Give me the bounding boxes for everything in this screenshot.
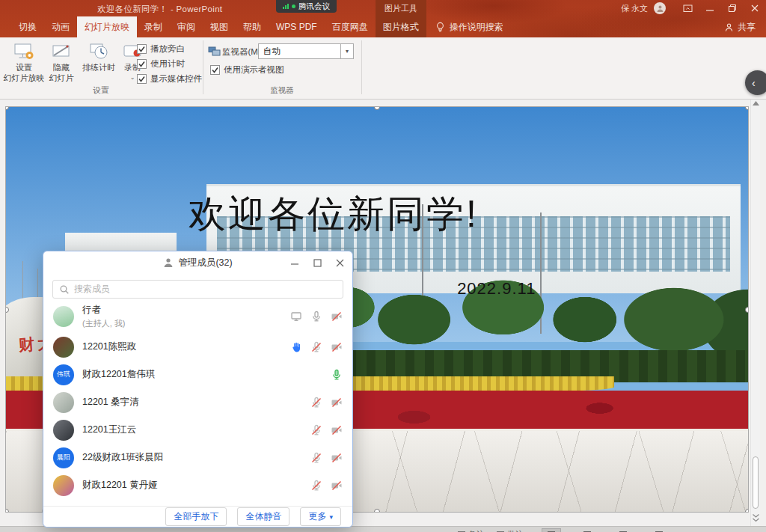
member-row[interactable]: 12201 桑宇清 bbox=[43, 388, 352, 416]
scroll-up-button[interactable] bbox=[751, 101, 760, 106]
tab-baidu-netdisk[interactable]: 百度网盘 bbox=[325, 16, 376, 37]
camera-muted-icon[interactable] bbox=[331, 452, 343, 464]
chevron-left-icon: ‹ bbox=[752, 77, 756, 89]
share-label: 共享 bbox=[738, 21, 756, 34]
hide-slide-icon bbox=[51, 40, 72, 63]
member-row[interactable]: 晨阳 22级财政1班张晨阳 bbox=[43, 444, 352, 471]
view-slideshow-button[interactable] bbox=[649, 528, 669, 532]
mic-muted-icon[interactable] bbox=[310, 452, 322, 464]
checkbox-checked-icon bbox=[210, 65, 220, 75]
comments-toggle[interactable]: 批注 bbox=[497, 529, 524, 532]
avatar bbox=[53, 306, 74, 327]
setup-slideshow-icon bbox=[13, 40, 35, 63]
triangle-up-icon bbox=[753, 101, 759, 106]
signal-bars-icon bbox=[283, 4, 289, 9]
member-search-input[interactable]: 搜索成员 bbox=[52, 280, 343, 299]
checkbox-presenter-view[interactable]: 使用演示者视图 bbox=[210, 64, 284, 76]
share-person-icon bbox=[724, 22, 734, 32]
person-icon bbox=[656, 4, 664, 13]
avatar bbox=[53, 420, 74, 441]
tab-transitions[interactable]: 切换 bbox=[11, 16, 44, 37]
tab-wps-pdf[interactable]: WPS PDF bbox=[269, 16, 325, 37]
view-normal-button[interactable] bbox=[542, 528, 561, 532]
meeting-pill-label: 腾讯会议 bbox=[298, 1, 330, 12]
more-button[interactable]: 更多▾ bbox=[300, 507, 341, 526]
mic-muted-icon[interactable] bbox=[310, 341, 322, 353]
selection-handle-bottom-center[interactable] bbox=[374, 509, 380, 512]
selection-handle-bottom-right[interactable] bbox=[745, 509, 748, 512]
mic-active-icon[interactable] bbox=[331, 369, 343, 381]
lower-all-hands-button[interactable]: 全部手放下 bbox=[165, 507, 227, 526]
camera-muted-icon[interactable] bbox=[331, 480, 343, 492]
avatar: 伟琪 bbox=[53, 364, 74, 385]
mic-muted-icon[interactable] bbox=[310, 397, 322, 409]
raised-hand-icon[interactable] bbox=[290, 341, 302, 353]
vertical-scrollbar[interactable] bbox=[750, 100, 760, 526]
tell-me-search[interactable]: 操作说明搜索 bbox=[426, 16, 512, 37]
avatar bbox=[53, 475, 74, 496]
member-row[interactable]: 12201王江云 bbox=[43, 416, 352, 444]
monitor-select[interactable]: 自动 ▾ bbox=[258, 43, 354, 59]
ribbon-display-options-button[interactable] bbox=[676, 0, 699, 16]
dialog-maximize-button[interactable] bbox=[312, 257, 322, 268]
tab-review[interactable]: 审阅 bbox=[170, 16, 203, 37]
scrollbar-thumb[interactable] bbox=[753, 456, 759, 509]
mic-muted-icon[interactable] bbox=[310, 480, 322, 492]
camera-muted-icon[interactable] bbox=[331, 311, 343, 322]
ribbon-tab-bar: 计 切换 动画 幻灯片放映 录制 审阅 视图 帮助 WPS PDF 百度网盘 图… bbox=[0, 16, 766, 37]
restore-button[interactable] bbox=[721, 0, 744, 16]
camera-muted-icon[interactable] bbox=[331, 424, 343, 436]
record-dropdown-caret: ⌄ bbox=[130, 74, 135, 82]
member-row[interactable]: 行者(主持人, 我) bbox=[43, 300, 352, 333]
camera-muted-icon[interactable] bbox=[331, 341, 343, 353]
slide-title-text: 欢迎各位新同学! bbox=[189, 189, 479, 239]
ribbon: 设置 幻灯片放映 隐藏 幻灯片 排练计时 录制 ⌄ 播放旁白 使用计时 显示媒体… bbox=[0, 37, 766, 100]
minimize-button[interactable] bbox=[699, 0, 721, 16]
chevron-down-icon[interactable]: ▾ bbox=[340, 44, 353, 58]
meeting-panel-collapse-button[interactable]: ‹ bbox=[745, 70, 766, 95]
tell-me-label: 操作说明搜索 bbox=[450, 21, 503, 34]
tab-animations[interactable]: 动画 bbox=[44, 16, 77, 37]
members-icon bbox=[163, 257, 174, 268]
checkbox-play-narration[interactable]: 播放旁白 bbox=[137, 43, 185, 55]
dialog-minimize-button[interactable] bbox=[289, 257, 300, 268]
screen-icon[interactable] bbox=[290, 311, 302, 322]
group-label-monitor: 监视器 bbox=[203, 85, 361, 96]
monitor-select-value: 自动 bbox=[263, 46, 281, 57]
mic-muted-icon[interactable] bbox=[310, 424, 322, 436]
restore-icon bbox=[728, 4, 737, 13]
member-row[interactable]: 财政12201 黄丹娅 bbox=[43, 471, 352, 499]
search-placeholder: 搜索成员 bbox=[74, 283, 110, 296]
dialog-close-button[interactable] bbox=[334, 257, 345, 268]
tab-slideshow-active[interactable]: 幻灯片放映 bbox=[77, 16, 137, 37]
member-row[interactable]: 伟琪 财政12201詹伟琪 bbox=[43, 361, 352, 388]
account-avatar[interactable] bbox=[654, 2, 666, 14]
mute-all-button[interactable]: 全体静音 bbox=[237, 507, 289, 526]
tab-view[interactable]: 视图 bbox=[203, 16, 236, 37]
monitors-icon bbox=[208, 46, 221, 58]
close-button[interactable] bbox=[744, 0, 766, 16]
tab-design-clipped[interactable]: 计 bbox=[0, 16, 11, 37]
notes-toggle[interactable]: 备注 bbox=[458, 529, 485, 532]
tencent-meeting-pill[interactable]: 腾讯会议 bbox=[276, 0, 337, 13]
tab-record[interactable]: 录制 bbox=[137, 16, 170, 37]
account-name[interactable]: 保 永文 bbox=[621, 3, 648, 14]
avatar bbox=[53, 392, 74, 413]
member-list: 行者(主持人, 我) 12201陈熙政 伟琪 财政12201詹伟琪 bbox=[43, 300, 352, 499]
share-button[interactable]: 共享 bbox=[714, 16, 766, 37]
dialog-header: 管理成员(32) bbox=[43, 251, 352, 274]
camera-muted-icon[interactable] bbox=[331, 397, 343, 409]
slide-date-text: 2022.9.11 bbox=[457, 279, 536, 299]
next-slide-button[interactable] bbox=[752, 513, 760, 526]
checkbox-use-timings[interactable]: 使用计时 bbox=[137, 58, 185, 70]
window-title: 欢迎各位新同学！ - PowerPoint bbox=[97, 4, 222, 15]
view-reading-button[interactable] bbox=[613, 528, 633, 532]
caret-down-icon: ▾ bbox=[329, 513, 333, 521]
view-slide-sorter-button[interactable] bbox=[577, 528, 597, 532]
tab-help[interactable]: 帮助 bbox=[236, 16, 269, 37]
member-row[interactable]: 12201陈熙政 bbox=[43, 333, 352, 361]
checkbox-show-media-controls[interactable]: 显示媒体控件 bbox=[137, 73, 202, 85]
selection-handle-mid-right[interactable] bbox=[745, 307, 748, 313]
mic-icon[interactable] bbox=[310, 311, 322, 322]
tab-picture-format[interactable]: 图片工具 图片格式 bbox=[376, 16, 426, 37]
